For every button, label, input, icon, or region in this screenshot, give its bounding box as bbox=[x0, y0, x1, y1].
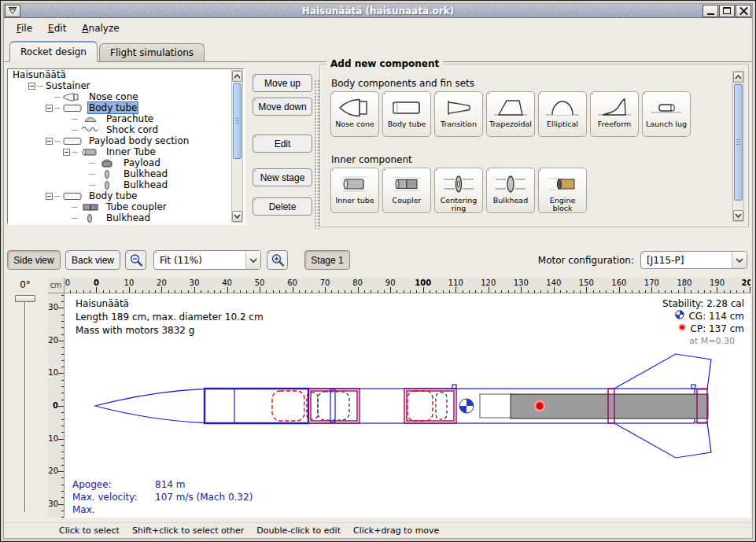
tree-item-bulkhead[interactable]: Bulkhead bbox=[8, 179, 244, 190]
c-elliptical-icon bbox=[544, 95, 581, 120]
body-components-label: Body components and fin sets bbox=[331, 78, 474, 89]
rotation-slider-handle[interactable] bbox=[15, 295, 35, 302]
flight-stat-value: 814 m bbox=[155, 479, 185, 490]
bodytube-icon bbox=[61, 136, 87, 146]
tree-item-nose-cone[interactable]: Nose cone bbox=[8, 91, 244, 102]
add-nose-cone-button[interactable]: Nose cone bbox=[330, 91, 379, 137]
minimize-button[interactable] bbox=[703, 5, 718, 17]
tree-expander-icon[interactable] bbox=[46, 138, 53, 145]
new-stage-button[interactable]: New stage bbox=[253, 168, 312, 186]
menu-item-edit[interactable]: Edit bbox=[40, 20, 74, 37]
tree-item-payload[interactable]: Payload bbox=[8, 157, 244, 168]
tree-item-bulkhead[interactable]: Bulkhead bbox=[8, 168, 244, 179]
tree-expander-icon[interactable] bbox=[46, 193, 53, 200]
bulkhead-icon bbox=[96, 169, 122, 179]
tab-rocket-design[interactable]: Rocket design bbox=[9, 41, 98, 62]
scroll-up-arrow-icon[interactable] bbox=[232, 71, 242, 82]
rocket-canvas[interactable]: Haisunäätä Length 189 cm, max. diameter … bbox=[65, 293, 750, 518]
add-engine-block-button[interactable]: Engine block bbox=[538, 168, 587, 213]
maximize-button[interactable] bbox=[719, 5, 735, 17]
tree-item-label: Nose cone bbox=[87, 91, 140, 102]
body-component-buttons: Nose coneBody tubeTransitionTrapezoidalE… bbox=[330, 91, 691, 137]
add-trapezoidal-button[interactable]: Trapezoidal bbox=[486, 91, 535, 137]
tree-item-body-tube[interactable]: Body tube bbox=[8, 102, 244, 113]
zoom-out-button[interactable] bbox=[125, 250, 146, 270]
splitter-handle[interactable] bbox=[314, 79, 319, 229]
magnifier-plus-icon bbox=[270, 253, 286, 268]
add-centering-ring-button[interactable]: Centering ring bbox=[434, 168, 483, 213]
rocket-view-panel: 0° cm -100102030405060708090100110120130… bbox=[4, 276, 754, 521]
component-scrollbar-thumb[interactable] bbox=[734, 84, 743, 201]
add-launch-lug-button[interactable]: Launch lug bbox=[642, 91, 691, 137]
flight-stat-row: Apogee:814 m bbox=[72, 478, 253, 491]
window-menu-button[interactable] bbox=[5, 5, 20, 17]
fin-lower bbox=[613, 422, 711, 458]
nose-cone-outline bbox=[95, 389, 205, 423]
tree-item-shock-cord[interactable]: Shock cord bbox=[8, 124, 244, 135]
scroll-down-arrow-icon[interactable] bbox=[232, 211, 242, 222]
tree-item-sustainer[interactable]: Sustainer bbox=[8, 80, 244, 91]
add-transition-button[interactable]: Transition bbox=[434, 91, 483, 137]
tab-flight-simulations[interactable]: Flight simulations bbox=[99, 43, 205, 61]
tree-expander-icon[interactable] bbox=[46, 105, 53, 112]
menu-item-analyze[interactable]: Analyze bbox=[74, 20, 127, 37]
tree-item-parachute[interactable]: Parachute bbox=[8, 113, 244, 124]
flight-stat-label: Max. acceleration: bbox=[72, 503, 155, 518]
zoom-level-select[interactable]: Fit (11%) bbox=[153, 250, 261, 270]
title-bar[interactable]: Haisunäätä (haisunaata.ork) bbox=[4, 4, 752, 18]
tree-item-label: Bulkhead bbox=[122, 179, 169, 190]
component-button-label: Bulkhead bbox=[493, 197, 528, 205]
menu-item-file[interactable]: File bbox=[9, 20, 40, 37]
add-coupler-button[interactable]: Coupler bbox=[382, 168, 431, 213]
stage-1-toggle[interactable]: Stage 1 bbox=[304, 250, 350, 270]
scroll-down-arrow-icon[interactable] bbox=[733, 210, 743, 221]
ruler-label: 140 bbox=[546, 278, 561, 287]
tree-item-tube-coupler[interactable]: Tube coupler bbox=[8, 201, 244, 212]
cp-icon bbox=[677, 323, 687, 335]
zoom-in-button[interactable] bbox=[267, 250, 288, 270]
ruler-label: 170 bbox=[644, 278, 659, 287]
tree-item-haisunäätä[interactable]: Haisunäätä bbox=[8, 69, 244, 80]
c-bodytube-icon bbox=[389, 95, 425, 120]
c-engineblock-icon bbox=[544, 171, 581, 196]
tree-expander-icon[interactable] bbox=[28, 83, 35, 90]
back-view-button[interactable]: Back view bbox=[65, 250, 120, 270]
add-freeform-button[interactable]: Freeform bbox=[590, 91, 639, 137]
tree-scrollbar[interactable] bbox=[231, 70, 243, 223]
add-bulkhead-button[interactable]: Bulkhead bbox=[486, 168, 535, 213]
tree-item-body-tube[interactable]: Body tube bbox=[8, 190, 244, 201]
component-tree[interactable]: HaisunäätäSustainerNose coneBody tubePar… bbox=[7, 68, 245, 224]
add-elliptical-button[interactable]: Elliptical bbox=[538, 91, 587, 137]
motor-configuration-label: Motor configuration: bbox=[538, 255, 634, 266]
status-hint: Click+drag to move bbox=[353, 525, 439, 536]
ruler-label: -20 bbox=[48, 336, 58, 345]
side-view-button[interactable]: Side view bbox=[7, 250, 61, 270]
tree-item-label: Bulkhead bbox=[105, 212, 152, 223]
status-hint: Click to select bbox=[59, 525, 120, 536]
ruler-label: 70 bbox=[320, 278, 330, 287]
motor-configuration-select[interactable]: [J115-P] bbox=[640, 251, 747, 269]
tree-item-inner-tube[interactable]: Inner Tube bbox=[8, 146, 244, 157]
fin-upper bbox=[613, 354, 711, 389]
scroll-up-arrow-icon[interactable] bbox=[733, 72, 743, 83]
add-component-group: Add new component Body components and fi… bbox=[319, 64, 749, 227]
tree-item-bulkhead[interactable]: Bulkhead bbox=[8, 212, 244, 223]
tree-expander-icon[interactable] bbox=[63, 149, 70, 156]
add-inner-tube-button[interactable]: Inner tube bbox=[330, 168, 379, 213]
ruler-unit: cm bbox=[48, 278, 65, 293]
window-menu-icon bbox=[8, 6, 17, 15]
ruler-label: 160 bbox=[611, 278, 626, 287]
move-up-button[interactable]: Move up bbox=[253, 74, 312, 92]
add-body-tube-button[interactable]: Body tube bbox=[382, 91, 431, 137]
close-button[interactable] bbox=[736, 5, 751, 17]
tree-scrollbar-thumb[interactable] bbox=[233, 83, 242, 159]
innertube-icon bbox=[79, 147, 105, 157]
move-down-button[interactable]: Move down bbox=[253, 98, 312, 116]
component-scrollbar[interactable] bbox=[732, 71, 744, 222]
ruler-label: 110 bbox=[448, 278, 463, 287]
cg-value: CG: 114 cm bbox=[688, 310, 744, 323]
edit-button[interactable]: Edit bbox=[253, 135, 312, 153]
tree-item-payload-body-section[interactable]: Payload body section bbox=[8, 135, 244, 146]
c-innertube-icon bbox=[337, 171, 373, 196]
delete-button[interactable]: Delete bbox=[253, 197, 312, 216]
